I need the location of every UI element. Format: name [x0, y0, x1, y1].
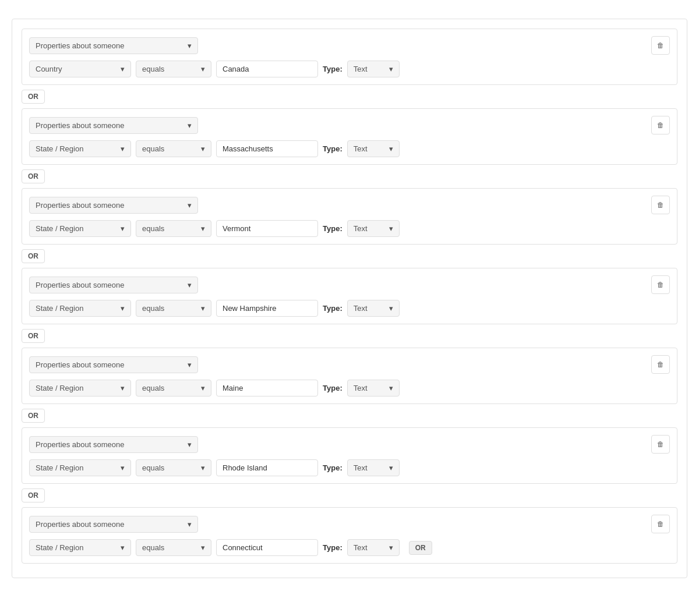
operator-label: equals	[142, 543, 164, 552]
or-button[interactable]: OR	[22, 329, 45, 343]
operator-label: equals	[142, 304, 164, 313]
rule-block: Properties about someone▾🗑State / Region…	[22, 427, 677, 484]
type-select[interactable]: Text▾	[347, 140, 400, 157]
rule-header: Properties about someone▾🗑	[29, 116, 670, 134]
properties-select[interactable]: Properties about someone▾	[29, 37, 198, 54]
trash-icon: 🗑	[657, 121, 664, 129]
chevron-down-icon: ▾	[188, 121, 192, 130]
type-label: Type:	[323, 543, 343, 552]
or-button[interactable]: OR	[22, 249, 45, 263]
field-select[interactable]: Country▾	[29, 61, 131, 77]
type-select[interactable]: Text▾	[347, 539, 400, 556]
type-value: Text	[354, 144, 368, 153]
rule-conditions: State / Region▾equals▾Type:Text▾	[29, 459, 670, 476]
chevron-down-icon: ▾	[201, 384, 205, 392]
trash-icon: 🗑	[657, 360, 664, 369]
operator-select[interactable]: equals▾	[136, 300, 211, 317]
delete-rule-button[interactable]: 🗑	[651, 196, 670, 214]
operator-select[interactable]: equals▾	[136, 539, 211, 556]
value-input[interactable]	[216, 380, 318, 396]
chevron-down-icon: ▾	[188, 281, 192, 289]
rule-header: Properties about someone▾🗑	[29, 196, 670, 214]
properties-select[interactable]: Properties about someone▾	[29, 436, 198, 453]
type-label: Type:	[323, 384, 343, 392]
type-label: Type:	[323, 144, 343, 153]
trash-icon: 🗑	[657, 281, 664, 289]
field-select[interactable]: State / Region▾	[29, 459, 131, 476]
operator-label: equals	[142, 384, 164, 392]
properties-select[interactable]: Properties about someone▾	[29, 117, 198, 134]
type-label: Type:	[323, 224, 343, 233]
delete-rule-button[interactable]: 🗑	[651, 275, 670, 294]
or-button[interactable]: OR	[22, 488, 45, 502]
field-select[interactable]: State / Region▾	[29, 220, 131, 237]
field-select[interactable]: State / Region▾	[29, 300, 131, 317]
chevron-down-icon: ▾	[188, 41, 192, 50]
type-label: Type:	[323, 463, 343, 472]
delete-rule-button[interactable]: 🗑	[651, 116, 670, 134]
type-select[interactable]: Text▾	[347, 61, 400, 77]
chevron-down-icon: ▾	[389, 384, 393, 392]
chevron-down-icon: ▾	[389, 304, 393, 313]
properties-label: Properties about someone	[36, 41, 124, 50]
operator-select[interactable]: equals▾	[136, 61, 211, 77]
type-value: Text	[354, 65, 368, 73]
delete-rule-button[interactable]: 🗑	[651, 435, 670, 454]
rule-header: Properties about someone▾🗑	[29, 435, 670, 454]
operator-label: equals	[142, 463, 164, 472]
or-button[interactable]: OR	[22, 90, 45, 104]
type-select[interactable]: Text▾	[347, 380, 400, 396]
trash-icon: 🗑	[657, 520, 664, 528]
value-input[interactable]	[216, 220, 318, 237]
value-input[interactable]	[216, 61, 318, 77]
chevron-down-icon: ▾	[121, 543, 125, 552]
chevron-down-icon: ▾	[188, 360, 192, 369]
value-input[interactable]	[216, 539, 318, 556]
properties-select[interactable]: Properties about someone▾	[29, 516, 198, 533]
or-divider: OR	[22, 249, 677, 263]
rule-header: Properties about someone▾🗑	[29, 355, 670, 374]
type-select[interactable]: Text▾	[347, 459, 400, 476]
chevron-down-icon: ▾	[389, 543, 393, 552]
chevron-down-icon: ▾	[188, 440, 192, 449]
properties-select[interactable]: Properties about someone▾	[29, 197, 198, 214]
properties-select[interactable]: Properties about someone▾	[29, 277, 198, 293]
type-select[interactable]: Text▾	[347, 300, 400, 317]
field-label: Country	[36, 65, 62, 73]
type-value: Text	[354, 384, 368, 392]
outer-container: Properties about someone▾🗑Country▾equals…	[12, 19, 687, 578]
chevron-down-icon: ▾	[389, 463, 393, 472]
type-value: Text	[354, 463, 368, 472]
field-label: State / Region	[36, 224, 83, 233]
or-button[interactable]: OR	[22, 169, 45, 183]
field-select[interactable]: State / Region▾	[29, 539, 131, 556]
delete-rule-button[interactable]: 🗑	[651, 515, 670, 533]
type-select[interactable]: Text▾	[347, 220, 400, 237]
properties-select[interactable]: Properties about someone▾	[29, 356, 198, 373]
chevron-down-icon: ▾	[389, 224, 393, 233]
or-button[interactable]: OR	[22, 409, 45, 423]
rule-group: Properties about someone▾🗑Country▾equals…	[22, 29, 677, 564]
properties-label: Properties about someone	[36, 201, 124, 210]
value-input[interactable]	[216, 140, 318, 157]
properties-label: Properties about someone	[36, 281, 124, 289]
operator-select[interactable]: equals▾	[136, 220, 211, 237]
operator-select[interactable]: equals▾	[136, 459, 211, 476]
field-select[interactable]: State / Region▾	[29, 140, 131, 157]
delete-rule-button[interactable]: 🗑	[651, 355, 670, 374]
chevron-down-icon: ▾	[201, 463, 205, 472]
operator-label: equals	[142, 224, 164, 233]
operator-select[interactable]: equals▾	[136, 380, 211, 396]
value-input[interactable]	[216, 459, 318, 476]
or-divider: OR	[22, 488, 677, 502]
value-input[interactable]	[216, 300, 318, 317]
rule-conditions: State / Region▾equals▾Type:Text▾	[29, 220, 670, 237]
field-select[interactable]: State / Region▾	[29, 380, 131, 396]
delete-rule-button[interactable]: 🗑	[651, 36, 670, 55]
inline-or-button[interactable]: OR	[409, 541, 432, 555]
properties-label: Properties about someone	[36, 520, 124, 529]
trash-icon: 🗑	[657, 201, 664, 209]
operator-select[interactable]: equals▾	[136, 140, 211, 157]
chevron-down-icon: ▾	[121, 304, 125, 313]
chevron-down-icon: ▾	[188, 201, 192, 210]
